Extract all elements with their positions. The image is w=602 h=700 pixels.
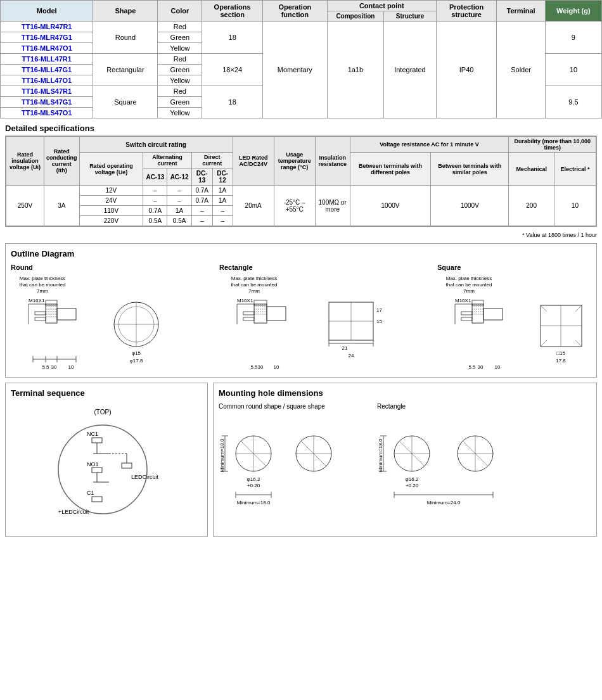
svg-text:24: 24 — [349, 353, 354, 359]
svg-text:Minimum=18.0: Minimum=18.0 — [237, 500, 271, 506]
main-table-wrapper: Model Shape Color Operations section Ope… — [0, 0, 602, 118]
svg-text:5.5: 5.5 — [250, 364, 258, 370]
col-color: Color — [158, 1, 202, 22]
svg-text:that can be mounted: that can be mounted — [20, 282, 66, 288]
col-contact-point: Contact point — [327, 1, 436, 11]
svg-rect-65 — [484, 309, 503, 320]
model-link[interactable]: TT16-MLS47G1 — [22, 98, 72, 106]
table-row: TT16-MLR47R1 Round Red 18 Momentary 1a1b… — [1, 22, 602, 32]
col-weight: Weight (g) — [545, 1, 601, 22]
svg-rect-92 — [92, 468, 102, 473]
svg-rect-71 — [461, 312, 472, 315]
svg-rect-37 — [267, 307, 286, 321]
svg-text:NC1: NC1 — [87, 431, 98, 437]
model-link[interactable]: TT16-MLR47G1 — [22, 34, 72, 41]
shape-square: Square — [93, 86, 158, 118]
svg-line-81 — [541, 340, 547, 347]
svg-text:φ16.2: φ16.2 — [406, 476, 419, 482]
product-table: Model Shape Color Operations section Ope… — [0, 0, 602, 118]
outline-title: Outline Diagram — [11, 249, 591, 258]
square-front-view: □15 17.8 — [534, 274, 591, 372]
svg-text:+0.20: +0.20 — [247, 483, 260, 488]
svg-text:10: 10 — [495, 364, 501, 370]
svg-text:that can be mounted: that can be mounted — [446, 282, 492, 288]
terminal-title: Terminal sequence — [11, 388, 202, 398]
svg-rect-15 — [35, 317, 46, 321]
svg-text:M16X1: M16X1 — [455, 298, 471, 303]
col-ops-section: Operations section — [202, 1, 263, 22]
rectangle-diagram-group: Rectangle Max. plate thickness that can … — [219, 264, 383, 372]
shape-round: Round — [93, 22, 158, 54]
detailed-specs-title: Detailed specifications — [5, 124, 597, 133]
square-label: Square — [437, 264, 461, 271]
mounting-common-label: Common round shape / square shape — [219, 403, 364, 410]
footnote: * Value at 1800 times / 1 hour — [5, 232, 597, 238]
svg-text:Max. plate thickness: Max. plate thickness — [20, 276, 65, 281]
svg-line-80 — [575, 305, 582, 312]
svg-text:Max. plate thickness: Max. plate thickness — [446, 276, 492, 281]
svg-point-86 — [58, 425, 147, 514]
svg-text:Minimum=18.0: Minimum=18.0 — [378, 438, 383, 472]
svg-text:7mm: 7mm — [37, 288, 48, 294]
col-model: Model — [1, 1, 93, 22]
svg-text:φ16.2: φ16.2 — [247, 476, 260, 482]
svg-text:30: 30 — [51, 364, 57, 370]
svg-text:5.5: 5.5 — [468, 364, 476, 370]
square-side-view: Max. plate thickness that can be mounted… — [437, 274, 529, 372]
rect-side-view: Max. plate thickness that can be mounted… — [219, 274, 314, 372]
terminal-diagram: (TOP) NC1 NO1 C1 +LEDCircuit — [11, 403, 201, 530]
square-pair: Max. plate thickness that can be mounted… — [437, 274, 591, 372]
svg-text:C1: C1 — [87, 490, 94, 496]
round-pair: Max. plate thickness that can be mounted… — [11, 274, 165, 372]
mounting-hole-box: Mounting hole dimensions Common round sh… — [213, 383, 597, 537]
mounting-rect-svg: Minimum=18.0 φ16.2 +0.20 Minimum=24.0 — [377, 412, 523, 507]
svg-line-79 — [541, 305, 547, 312]
model-link[interactable]: TT16-MLS47R1 — [22, 87, 72, 95]
mounting-common: Common round shape / square shape — [219, 403, 364, 509]
model-link[interactable]: TT16-MLL47R1 — [22, 55, 72, 63]
bottom-row: Terminal sequence (TOP) NC1 NO1 C1 — [5, 383, 597, 537]
svg-text:30: 30 — [258, 364, 264, 370]
svg-rect-43 — [243, 312, 254, 315]
col-op-func: Operation function — [262, 1, 327, 22]
model-link[interactable]: TT16-MLS47O1 — [22, 109, 72, 117]
col-protection: Protection structure — [436, 1, 497, 22]
svg-rect-6 — [46, 304, 57, 323]
svg-text:Max. plate thickness: Max. plate thickness — [231, 276, 277, 281]
round-label: Round — [11, 264, 33, 271]
diagrams-row: Round Max. plate thickness that can be m… — [11, 264, 591, 372]
svg-text:30: 30 — [478, 364, 484, 370]
svg-text:17.8: 17.8 — [376, 307, 383, 313]
square-diagram-group: Square Max. plate thickness that can be … — [437, 264, 591, 372]
svg-rect-14 — [35, 312, 46, 315]
rectangle-pair: Max. plate thickness that can be mounted… — [219, 274, 383, 372]
mounting-common-svg: Minimum=18.0 φ16.2 +0.20 Minimum=18.0 — [219, 412, 364, 507]
round-front-view: φ15 φ17.8 — [108, 274, 165, 372]
outline-diagram-section: Outline Diagram Round Max. plate thickne… — [5, 243, 597, 378]
round-side-view: Max. plate thickness that can be mounted… — [11, 274, 103, 372]
svg-text:M16X1: M16X1 — [29, 298, 45, 303]
model-link[interactable]: TT16-MLR47O1 — [22, 44, 72, 52]
svg-text:15: 15 — [376, 319, 382, 324]
svg-text:7mm: 7mm — [248, 288, 260, 294]
mounting-title: Mounting hole dimensions — [219, 388, 591, 398]
mounting-rect-label: Rectangle — [377, 403, 523, 410]
specs-table: Rated insulation voltage (Ui) Rated cond… — [6, 136, 596, 226]
col-composition: Composition — [327, 11, 383, 22]
model-link[interactable]: TT16-MLR47R1 — [22, 23, 72, 30]
svg-line-82 — [575, 340, 582, 347]
svg-text:10: 10 — [68, 364, 74, 370]
svg-text:21: 21 — [342, 345, 348, 351]
svg-rect-88 — [92, 438, 102, 443]
model-link[interactable]: TT16-MLL47O1 — [22, 77, 72, 84]
svg-text:Minimum=24.0: Minimum=24.0 — [427, 500, 461, 506]
svg-text:7mm: 7mm — [463, 288, 475, 294]
mounting-rectangle: Rectangle Minimum=18.0 — [377, 403, 523, 509]
model-link[interactable]: TT16-MLL47G1 — [22, 66, 72, 73]
svg-rect-7 — [57, 309, 76, 320]
svg-rect-64 — [472, 304, 484, 323]
svg-rect-72 — [461, 317, 472, 321]
svg-rect-97 — [122, 463, 132, 468]
svg-text:□15: □15 — [556, 350, 565, 356]
svg-text:φ15: φ15 — [132, 350, 141, 356]
